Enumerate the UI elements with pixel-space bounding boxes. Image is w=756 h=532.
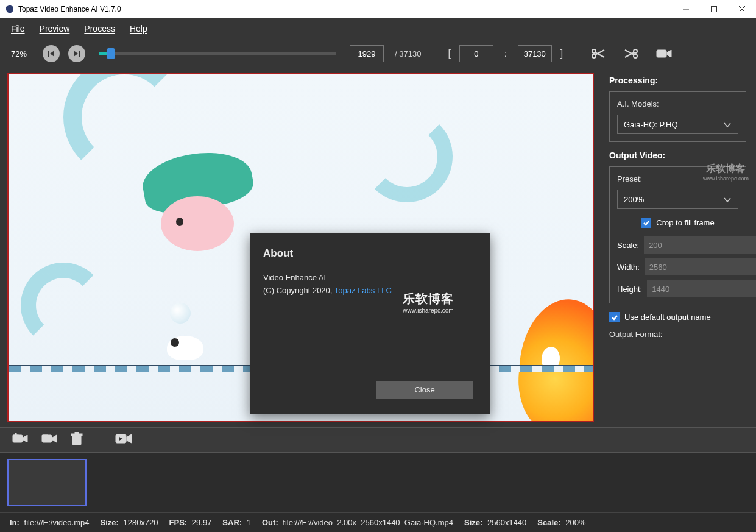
svg-rect-29	[75, 432, 79, 434]
chevron-down-icon	[723, 121, 732, 131]
ai-models-label: A.I. Models:	[617, 99, 738, 108]
status-fps-label: FPS:	[169, 518, 188, 527]
cut-end-icon[interactable]	[623, 48, 640, 60]
range-end-input[interactable]	[518, 45, 552, 62]
about-title: About	[263, 247, 477, 260]
watermark-2: 乐软博客 www.isharepc.com	[703, 163, 749, 182]
timeline-thumbnail[interactable]	[7, 459, 87, 506]
output-video-header: Output Video:	[609, 151, 746, 160]
menu-file[interactable]: File	[11, 24, 25, 34]
ai-model-select[interactable]: Gaia-HQ: P,HQ	[617, 115, 738, 134]
timeline-strip	[0, 453, 756, 512]
app-root: File Preview Process Help 72% / 37130 [ …	[0, 18, 756, 532]
frame-slider[interactable]	[99, 52, 336, 55]
status-sar-label: SAR:	[222, 518, 242, 527]
add-video-icon[interactable]	[12, 433, 28, 447]
svg-marker-6	[74, 51, 78, 57]
width-label: Width:	[617, 263, 640, 272]
svg-line-11	[595, 50, 604, 55]
watermark: 乐软博客 www.isharepc.com	[403, 291, 454, 314]
status-out-label: Out:	[262, 518, 278, 527]
about-dialog: About Video Enhance AI (C) Copyright 202…	[250, 233, 490, 414]
height-row: Height: px	[617, 280, 738, 297]
action-bar	[0, 427, 756, 453]
scale-input[interactable]	[644, 236, 756, 254]
output-video-box: Preset: 200% Crop to fill frame Scale: %…	[609, 166, 746, 303]
process-video-icon[interactable]	[115, 433, 132, 447]
scale-label: Scale:	[617, 241, 639, 250]
status-in-label: In:	[10, 518, 19, 527]
processing-header: Processing:	[609, 76, 746, 85]
prev-frame-button[interactable]	[43, 45, 60, 62]
chevron-down-icon	[723, 196, 732, 206]
window-titlebar: Topaz Video Enhance AI V1.7.0	[0, 0, 756, 18]
range-colon: :	[504, 49, 507, 59]
svg-marker-25	[52, 435, 57, 442]
height-input[interactable]	[647, 280, 756, 297]
trash-icon[interactable]	[71, 432, 83, 448]
status-size: 1280x720	[123, 518, 158, 527]
svg-marker-5	[50, 51, 54, 57]
menubar: File Preview Process Help	[0, 18, 756, 39]
camera-icon[interactable]	[655, 48, 673, 60]
menu-process[interactable]: Process	[84, 24, 115, 34]
window-title: Topaz Video Enhance AI V1.7.0	[18, 5, 121, 13]
width-input[interactable]	[645, 258, 756, 275]
cut-start-icon[interactable]	[590, 48, 607, 60]
close-button[interactable]	[728, 0, 756, 18]
toolbar: 72% / 37130 [ : ]	[0, 39, 756, 68]
topazlabs-link[interactable]: Topaz Labs LLC	[334, 286, 392, 295]
separator	[99, 432, 99, 448]
processing-box: A.I. Models: Gaia-HQ: P,HQ	[609, 91, 746, 142]
status-bar: In: file:///E:/video.mp4 Size: 1280x720 …	[0, 512, 756, 532]
menu-preview[interactable]: Preview	[40, 24, 70, 34]
status-fps: 29.97	[192, 518, 212, 527]
status-outsize-label: Size:	[464, 518, 482, 527]
crop-checkbox[interactable]	[641, 218, 651, 228]
svg-marker-17	[667, 50, 671, 57]
about-close-button[interactable]: Close	[376, 381, 473, 399]
zoom-label: 72%	[11, 49, 27, 59]
svg-line-14	[625, 52, 634, 57]
svg-line-10	[595, 52, 604, 57]
current-frame-input[interactable]	[350, 45, 384, 62]
default-name-checkbox[interactable]	[609, 312, 620, 322]
app-logo-icon	[5, 4, 15, 14]
svg-rect-7	[79, 51, 80, 57]
side-panel: 乐软博客 www.isharepc.com Processing: A.I. M…	[599, 68, 756, 427]
status-sar: 1	[247, 518, 251, 527]
default-name-label: Use default output name	[624, 313, 711, 322]
height-label: Height:	[617, 285, 642, 294]
preset-value: 200%	[624, 195, 644, 204]
svg-rect-4	[48, 51, 49, 57]
output-format-label: Output Format:	[609, 330, 746, 339]
ai-model-value: Gaia-HQ: P,HQ	[624, 120, 678, 129]
svg-rect-16	[657, 50, 666, 57]
default-name-row: Use default output name	[609, 312, 746, 322]
main-row: About Video Enhance AI (C) Copyright 202…	[0, 68, 756, 427]
status-out: file:///E://video_2.00x_2560x1440_Gaia-H…	[283, 518, 453, 527]
range-start-input[interactable]	[459, 45, 493, 62]
menu-help[interactable]: Help	[130, 24, 147, 34]
bracket-open: [	[448, 48, 450, 59]
status-in: file:///E:/video.mp4	[24, 518, 90, 527]
crop-label: Crop to fill frame	[656, 218, 714, 227]
svg-marker-31	[127, 434, 132, 443]
preset-select[interactable]: 200%	[617, 190, 738, 209]
width-row: Width: px	[617, 258, 738, 275]
svg-line-15	[625, 50, 634, 55]
remove-video-icon[interactable]	[41, 433, 57, 447]
next-frame-button[interactable]	[68, 45, 85, 62]
about-product: Video Enhance AI	[263, 273, 477, 282]
status-scale: 200%	[565, 518, 585, 527]
total-frames-label: / 37130	[395, 49, 421, 59]
maximize-button[interactable]	[700, 0, 728, 18]
svg-rect-1	[712, 7, 717, 12]
svg-marker-21	[23, 435, 27, 442]
status-size-label: Size:	[100, 518, 118, 527]
scale-row: Scale: %	[617, 236, 738, 254]
bracket-close: ]	[560, 48, 563, 59]
minimize-button[interactable]	[672, 0, 700, 18]
status-scale-label: Scale:	[537, 518, 560, 527]
svg-rect-27	[72, 436, 81, 445]
